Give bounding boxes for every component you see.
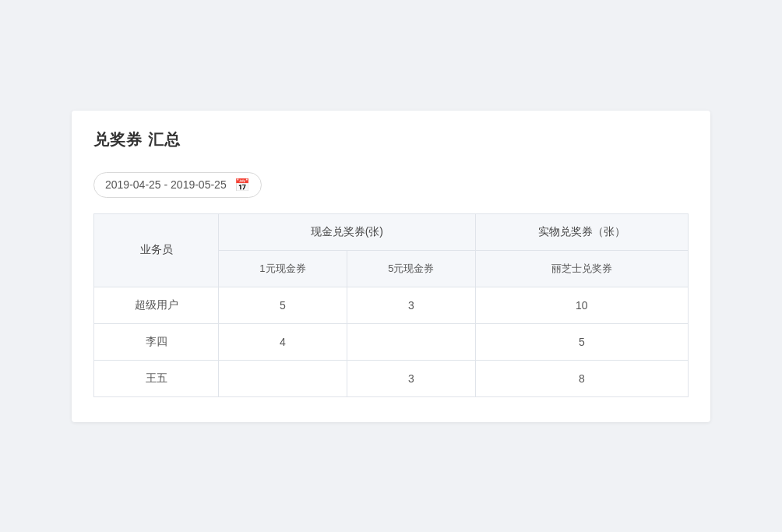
- calendar-icon: 📅: [234, 178, 250, 192]
- cell-1yuan: 5: [219, 287, 347, 323]
- date-range-text: 2019-04-25 - 2019-05-25: [105, 178, 227, 191]
- cell-lizhi: 5: [475, 323, 688, 360]
- cell-1yuan: 4: [219, 323, 347, 360]
- col-header-physical-group: 实物兑奖券（张）: [475, 213, 688, 250]
- cell-5yuan: [347, 323, 475, 360]
- table-row: 超级用户5310: [94, 287, 689, 323]
- cell-5yuan: 3: [347, 287, 475, 323]
- date-picker[interactable]: 2019-04-25 - 2019-05-25 📅: [93, 172, 262, 198]
- date-picker-wrapper: 2019-04-25 - 2019-05-25 📅: [93, 172, 689, 198]
- col-subheader-1yuan: 1元现金券: [219, 250, 347, 287]
- cell-agent: 超级用户: [94, 287, 219, 323]
- cell-agent: 李四: [94, 323, 219, 360]
- table-row: 李四45: [94, 323, 689, 360]
- page-title: 兑奖券 汇总: [93, 129, 689, 150]
- main-card: 兑奖券 汇总 2019-04-25 - 2019-05-25 📅 业务员 现金兑…: [72, 111, 710, 422]
- summary-table: 业务员 现金兑奖券(张) 实物兑奖券（张） 1元现金券 5元现金券 丽芝士兑奖券…: [93, 213, 689, 397]
- col-subheader-lizhi: 丽芝士兑奖券: [475, 250, 688, 287]
- col-header-agent: 业务员: [94, 213, 219, 287]
- table-row: 王五38: [94, 360, 689, 396]
- cell-agent: 王五: [94, 360, 219, 396]
- cell-5yuan: 3: [347, 360, 475, 396]
- col-header-cash-group: 现金兑奖券(张): [219, 213, 476, 250]
- col-subheader-5yuan: 5元现金券: [347, 250, 475, 287]
- cell-lizhi: 8: [475, 360, 688, 396]
- cell-lizhi: 10: [475, 287, 688, 323]
- cell-1yuan: [219, 360, 347, 396]
